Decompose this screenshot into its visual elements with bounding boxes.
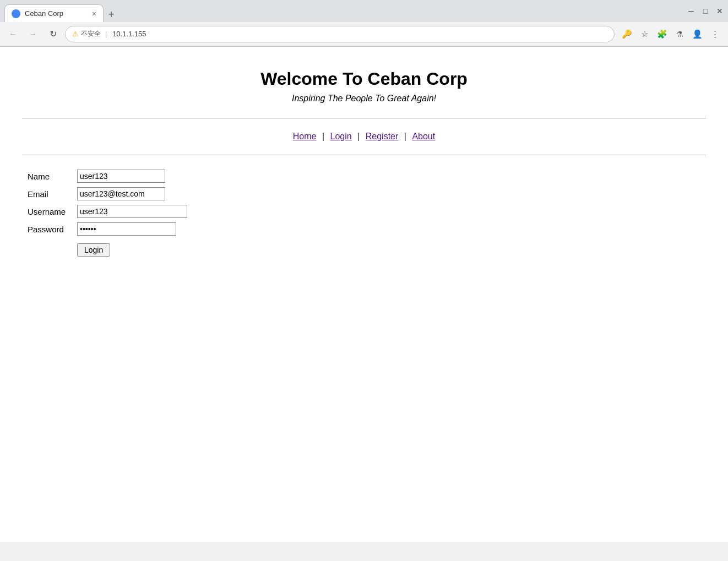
site-header: Welcome To Ceban Corp Inspiring The Peop…	[22, 58, 706, 112]
address-separator: |	[105, 30, 107, 38]
site-subtitle: Inspiring The People To Great Again!	[22, 94, 706, 104]
nav-separator-2: |	[357, 132, 362, 141]
tab-close-button[interactable]: ×	[92, 9, 96, 18]
name-input[interactable]	[77, 170, 165, 183]
window-controls: ─ □ ✕	[687, 7, 724, 15]
nav-login-link[interactable]: Login	[330, 132, 352, 141]
email-input[interactable]	[77, 187, 165, 200]
forward-icon: →	[29, 29, 37, 39]
person-icon: 👤	[692, 29, 703, 39]
new-tab-button[interactable]: +	[104, 7, 119, 22]
password-row: Password	[28, 222, 706, 236]
flask-icon: ⚗	[676, 30, 683, 39]
nav-home-link[interactable]: Home	[293, 132, 317, 141]
restore-button[interactable]: □	[702, 7, 709, 15]
active-tab[interactable]: Ceban Corp ×	[4, 4, 104, 22]
password-input[interactable]	[77, 222, 176, 236]
puzzle-icon: 🧩	[657, 29, 667, 39]
email-label: Email	[28, 189, 77, 199]
header-divider	[22, 118, 706, 118]
username-row: Username	[28, 205, 706, 218]
forward-button[interactable]: →	[25, 26, 41, 42]
submit-row: Login	[28, 240, 706, 257]
toolbar-icons: 🔑 ☆ 🧩 ⚗ 👤 ⋮	[619, 26, 722, 42]
tab-label: Ceban Corp	[25, 9, 88, 18]
close-window-button[interactable]: ✕	[716, 7, 724, 15]
page-content: Welcome To Ceban Corp Inspiring The Peop…	[0, 47, 728, 542]
menu-icon: ⋮	[711, 29, 719, 39]
site-title: Welcome To Ceban Corp	[22, 69, 706, 89]
nav-about-link[interactable]: About	[412, 132, 435, 141]
email-row: Email	[28, 187, 706, 200]
svg-point-0	[13, 11, 19, 17]
password-label: Password	[28, 225, 77, 234]
username-label: Username	[28, 207, 77, 216]
key-icon: 🔑	[622, 29, 632, 39]
url-text: 10.1.1.155	[112, 30, 146, 38]
title-bar: Ceban Corp × + ─ □ ✕	[0, 0, 728, 22]
nav-links: Home | Login | Register | About	[22, 124, 706, 149]
nav-divider	[22, 155, 706, 155]
security-warning: ⚠ 不安全 |	[72, 29, 109, 39]
warning-text: 不安全	[81, 29, 101, 39]
tabs-bar: Ceban Corp × +	[4, 0, 687, 22]
bookmark-button[interactable]: ☆	[637, 26, 652, 42]
key-button[interactable]: 🔑	[619, 26, 634, 42]
login-button[interactable]: Login	[77, 243, 110, 257]
nav-separator-3: |	[404, 132, 409, 141]
extensions-button[interactable]: 🧩	[654, 26, 670, 42]
back-icon: ←	[9, 29, 18, 39]
address-bar-row: ← → ↻ ⚠ 不安全 | 10.1.1.155 🔑 ☆ 🧩	[0, 22, 728, 46]
reload-button[interactable]: ↻	[45, 26, 61, 42]
reload-icon: ↻	[50, 29, 57, 39]
name-label: Name	[28, 172, 77, 181]
browser-chrome: Ceban Corp × + ─ □ ✕ ← → ↻ ⚠ 不安全 | 10.	[0, 0, 728, 47]
back-button[interactable]: ←	[6, 26, 21, 42]
address-bar[interactable]: ⚠ 不安全 | 10.1.1.155	[65, 26, 615, 42]
nav-register-link[interactable]: Register	[366, 132, 399, 141]
form-section: Name Email Username Password Login	[22, 161, 706, 257]
username-input[interactable]	[77, 205, 187, 218]
nav-separator-1: |	[322, 132, 327, 141]
warning-icon: ⚠	[72, 30, 79, 38]
tab-favicon	[12, 9, 20, 18]
star-icon: ☆	[641, 29, 648, 39]
profile-button[interactable]: 👤	[689, 26, 705, 42]
minimize-button[interactable]: ─	[687, 7, 695, 15]
menu-button[interactable]: ⋮	[707, 26, 722, 42]
profile-icon-button[interactable]: ⚗	[672, 26, 687, 42]
name-row: Name	[28, 170, 706, 183]
